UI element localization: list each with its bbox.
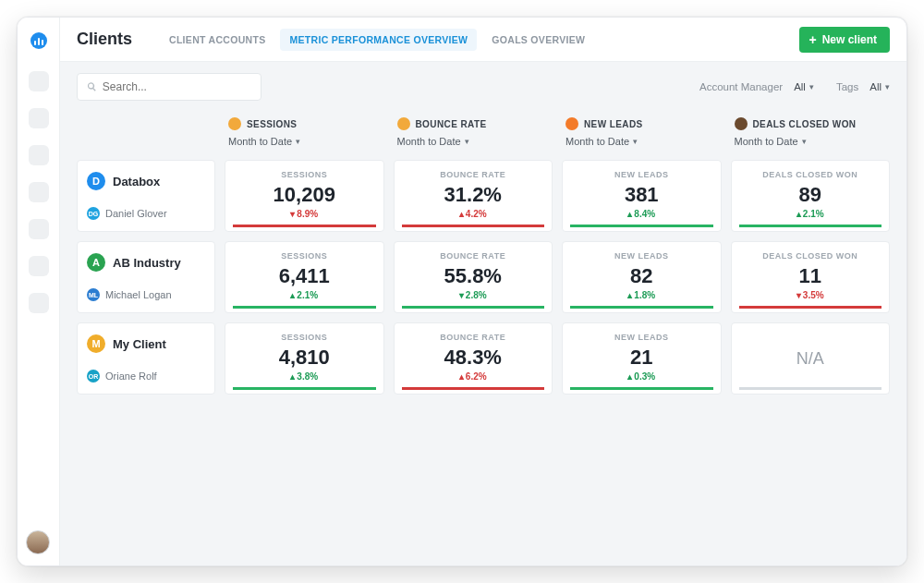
arrow-up-icon: ▴: [290, 371, 295, 382]
plus-icon: +: [808, 33, 816, 46]
metric-label: BOUNCE RATE: [440, 170, 505, 179]
column-header-sessions: SESSIONS Month to Date ▾: [225, 117, 384, 151]
client-cell[interactable]: A AB Industry ML Michael Logan: [77, 241, 215, 313]
topbar: Clients CLIENT ACCOUNTSMETRIC PERFORMANC…: [60, 18, 906, 62]
column-label: BOUNCE RATE: [416, 119, 487, 129]
metric-card[interactable]: BOUNCE RATE 55.8% ▾ 2.8%: [394, 241, 553, 313]
metric-source-icon: [397, 117, 410, 130]
metric-delta: ▴ 6.2%: [459, 371, 487, 382]
client-badge: M: [87, 334, 105, 353]
metric-value: 4,810: [279, 346, 330, 370]
filter-row: Account Manager All ▾ Tags All ▾: [77, 73, 890, 101]
metric-bar: [570, 225, 713, 227]
metric-label: SESSIONS: [281, 251, 327, 261]
metric-card[interactable]: SESSIONS 10,209 ▾ 8.9%: [225, 160, 384, 232]
metric-card[interactable]: SESSIONS 4,810 ▴ 3.8%: [225, 322, 384, 395]
metric-value: 48.3%: [444, 346, 502, 370]
client-cell[interactable]: D Databox DG Daniel Glover: [77, 160, 215, 232]
metric-bar: [739, 306, 882, 309]
metric-card[interactable]: NEW LEADS 82 ▴ 1.8%: [562, 241, 722, 313]
metrics-grid: SESSIONS Month to Date ▾ BOUNCE RATE Mon…: [77, 117, 890, 395]
search-icon: [87, 81, 97, 92]
tab-metric-performance-overview[interactable]: METRIC PERFORMANCE OVERVIEW: [280, 29, 477, 51]
metric-bar: [402, 225, 545, 227]
metric-label: DEALS CLOSED WON: [762, 251, 857, 261]
metric-card[interactable]: SESSIONS 6,411 ▴ 2.1%: [225, 241, 384, 313]
metric-delta: ▾ 3.5%: [796, 290, 824, 300]
search-input[interactable]: [103, 80, 251, 93]
metric-delta: ▴ 1.8%: [627, 290, 655, 300]
client-cell[interactable]: M My Client OR Oriane Rolf: [77, 322, 215, 395]
metric-delta: ▴ 0.3%: [627, 371, 655, 382]
chevron-down-icon: ▾: [885, 82, 890, 91]
metric-value: 31.2%: [444, 183, 502, 207]
sidebar-nav-item[interactable]: [29, 71, 49, 91]
period-selector[interactable]: Month to Date ▾: [565, 136, 718, 147]
metric-label: SESSIONS: [281, 170, 327, 179]
metric-bar: [570, 387, 713, 390]
manager-name: Michael Logan: [105, 289, 172, 300]
metric-label: NEW LEADS: [614, 170, 669, 179]
sidebar-nav-item[interactable]: [29, 256, 49, 276]
chevron-down-icon: ▾: [809, 82, 814, 91]
sidebar-nav-item[interactable]: [29, 293, 49, 313]
tags-filter-label: Tags: [836, 81, 858, 92]
metric-value: 11: [799, 264, 821, 288]
column-label: DEALS CLOSED WON: [753, 119, 857, 129]
metric-card[interactable]: N/A: [731, 322, 891, 395]
metric-card[interactable]: BOUNCE RATE 31.2% ▴ 4.2%: [394, 160, 553, 232]
column-header-bounce-rate: BOUNCE RATE Month to Date ▾: [394, 117, 553, 151]
metric-source-icon: [565, 117, 578, 130]
sidebar-nav-item[interactable]: [29, 182, 49, 202]
metric-card[interactable]: NEW LEADS 21 ▴ 0.3%: [562, 322, 722, 395]
period-selector[interactable]: Month to Date ▾: [735, 136, 887, 147]
metric-delta: ▾ 2.8%: [459, 290, 487, 300]
metric-bar: [233, 306, 376, 309]
arrow-up-icon: ▴: [627, 290, 632, 300]
metric-value: 55.8%: [444, 264, 502, 288]
tab-client-accounts[interactable]: CLIENT ACCOUNTS: [160, 29, 274, 51]
app-logo[interactable]: [28, 27, 50, 49]
new-client-label: New client: [822, 33, 877, 46]
arrow-down-icon: ▾: [796, 290, 801, 300]
sidebar-nav-item[interactable]: [29, 219, 49, 239]
manager-badge: OR: [87, 370, 100, 383]
metric-bar: [739, 225, 882, 227]
period-selector[interactable]: Month to Date ▾: [228, 136, 381, 147]
search-box[interactable]: [77, 73, 261, 101]
metric-value: 381: [625, 183, 659, 207]
arrow-up-icon: ▴: [459, 371, 464, 382]
tags-filter[interactable]: All ▾: [869, 81, 890, 92]
arrow-up-icon: ▴: [290, 290, 295, 300]
metric-card[interactable]: DEALS CLOSED WON 89 ▴ 2.1%: [731, 160, 891, 232]
metric-value: 82: [630, 264, 652, 288]
metric-card[interactable]: DEALS CLOSED WON 11 ▾ 3.5%: [731, 241, 891, 313]
tab-goals-overview[interactable]: GOALS OVERVIEW: [482, 29, 594, 51]
new-client-button[interactable]: + New client: [799, 27, 890, 53]
metric-delta: ▴ 4.2%: [459, 209, 487, 219]
arrow-up-icon: ▴: [796, 209, 801, 219]
metric-bar: [233, 387, 376, 390]
account-manager-filter[interactable]: All ▾: [794, 81, 814, 92]
sidebar-nav-item[interactable]: [29, 108, 49, 128]
metric-value: 21: [630, 346, 652, 370]
metric-delta: ▴ 2.1%: [796, 209, 824, 219]
manager-badge: DG: [87, 207, 100, 220]
metric-label: BOUNCE RATE: [440, 251, 505, 261]
metric-card[interactable]: BOUNCE RATE 48.3% ▴ 6.2%: [394, 322, 553, 395]
top-tabs: CLIENT ACCOUNTSMETRIC PERFORMANCE OVERVI…: [160, 29, 594, 51]
metric-delta: ▴ 8.4%: [627, 209, 655, 219]
arrow-down-icon: ▾: [290, 209, 295, 219]
client-name: My Client: [113, 337, 166, 351]
client-name: Databox: [113, 175, 160, 188]
chevron-down-icon: ▾: [465, 137, 469, 146]
column-header-new-leads: NEW LEADS Month to Date ▾: [562, 117, 722, 151]
sidebar-nav-item[interactable]: [29, 145, 49, 165]
client-badge: A: [87, 253, 105, 272]
metric-source-icon: [228, 117, 241, 130]
user-avatar[interactable]: [26, 530, 50, 554]
metric-card[interactable]: NEW LEADS 381 ▴ 8.4%: [562, 160, 722, 232]
column-label: NEW LEADS: [584, 119, 643, 129]
period-selector[interactable]: Month to Date ▾: [397, 136, 550, 147]
client-badge: D: [87, 172, 105, 190]
